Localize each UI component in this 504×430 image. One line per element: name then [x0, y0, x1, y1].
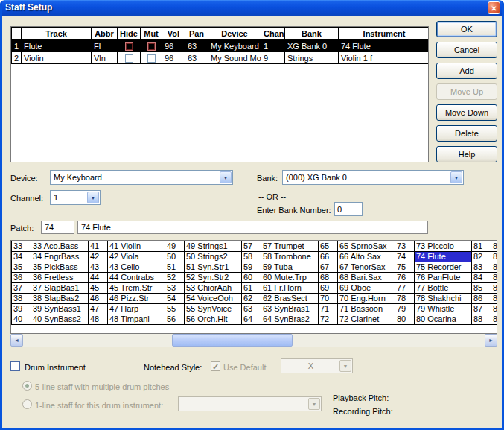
patch-number-cell[interactable]: 44: [89, 273, 108, 283]
patch-number-cell[interactable]: 43: [89, 262, 108, 273]
track-cell-chan[interactable]: 1: [261, 40, 285, 52]
track-cell-track[interactable]: Violin: [22, 52, 92, 64]
track-cell-device[interactable]: My Keyboard: [208, 40, 261, 52]
titlebar[interactable]: Staff Setup: [0, 0, 504, 16]
move-up-button[interactable]: Move Up: [436, 83, 497, 100]
delete-button[interactable]: Delete: [436, 125, 497, 142]
patch-number-cell[interactable]: 52: [165, 273, 185, 283]
patch-number-cell[interactable]: 59: [242, 262, 261, 273]
track-cell-mut[interactable]: [141, 52, 162, 64]
patch-number-cell[interactable]: 79: [395, 304, 415, 314]
patch-number-cell[interactable]: 87: [472, 304, 491, 314]
one-line-staff-radio[interactable]: [22, 399, 32, 409]
patch-name-cell[interactable]: 84 Chiff L: [491, 273, 498, 283]
patch-number-cell[interactable]: 71: [319, 304, 338, 314]
patch-number-cell[interactable]: 66: [319, 252, 338, 262]
add-button[interactable]: Add: [436, 63, 497, 79]
chevron-down-icon[interactable]: [87, 192, 99, 203]
drum-staff-combobox[interactable]: [178, 396, 322, 411]
patch-name-cell[interactable]: 67 TenorSax: [338, 262, 395, 273]
hide-checkbox[interactable]: [125, 54, 133, 63]
patch-number-cell[interactable]: 35: [12, 262, 31, 273]
patch-number-cell[interactable]: 88: [472, 314, 491, 325]
patch-number-cell[interactable]: 68: [319, 273, 338, 283]
patch-number-cell[interactable]: 41: [89, 241, 108, 252]
patch-name-cell[interactable]: 77 Bottle: [415, 283, 472, 294]
chevron-down-icon[interactable]: [308, 398, 320, 410]
patch-name-cell[interactable]: 34 FngrBass: [31, 252, 89, 262]
patch-name-cell[interactable]: 86 Voice: [491, 294, 498, 304]
track-cell-num[interactable]: 1: [12, 40, 22, 52]
track-cell-pan[interactable]: 63: [185, 40, 208, 52]
patch-number-cell[interactable]: 50: [165, 252, 185, 262]
patch-name-cell[interactable]: 75 Recorder: [415, 262, 472, 273]
patch-name-cell[interactable]: 64 SynBras2: [261, 314, 319, 325]
patch-name-cell[interactable]: 73 Piccolo: [415, 241, 472, 252]
patch-name-cell[interactable]: 51 Syn.Str1: [185, 262, 242, 273]
patch-name-cell[interactable]: 71 Bassoon: [338, 304, 395, 314]
patch-name-cell[interactable]: 61 Fr.Horn: [261, 283, 319, 294]
patch-name-cell[interactable]: 38 SlapBas2: [31, 294, 89, 304]
scrollbar-thumb[interactable]: [172, 334, 293, 347]
track-cell-instrument[interactable]: Violin 1 f: [339, 52, 430, 64]
patch-name-cell[interactable]: 79 Whistle: [415, 304, 472, 314]
track-cell-track[interactable]: Flute: [22, 40, 92, 52]
patch-number-cell[interactable]: 75: [395, 262, 415, 273]
patch-name-cell[interactable]: 76 PanFlute: [415, 273, 472, 283]
patch-number-cell[interactable]: 61: [242, 283, 261, 294]
patch-number-cell[interactable]: 63: [242, 304, 261, 314]
track-cell-vol[interactable]: 96: [162, 40, 185, 52]
patch-name-cell[interactable]: 58 Trombone: [261, 252, 319, 262]
patch-name-cell[interactable]: 40 SynBass2: [31, 314, 89, 325]
patch-number-cell[interactable]: 65: [319, 241, 338, 252]
mut-checkbox[interactable]: [147, 54, 156, 63]
chevron-down-icon[interactable]: [450, 171, 462, 183]
patch-name-cell[interactable]: 42 Viola: [108, 252, 165, 262]
patch-number-cell[interactable]: 57: [242, 241, 261, 252]
track-cell-mut[interactable]: [141, 40, 162, 52]
patch-number-cell[interactable]: 54: [165, 294, 185, 304]
patch-number-cell[interactable]: 58: [242, 252, 261, 262]
patch-name-cell[interactable]: 70 Eng.Horn: [338, 294, 395, 304]
patch-name-cell[interactable]: 35 PickBass: [31, 262, 89, 273]
patch-number-cell[interactable]: 39: [12, 304, 31, 314]
track-cell-vol[interactable]: 96: [162, 52, 185, 64]
patch-number-cell[interactable]: 80: [395, 314, 415, 325]
patch-name-cell[interactable]: 45 Trem.Str: [108, 283, 165, 294]
patch-name-cell[interactable]: 78 Shakhchi: [415, 294, 472, 304]
patch-number-cell[interactable]: 76: [395, 273, 415, 283]
patch-name-cell[interactable]: 33 Aco.Bass: [31, 241, 89, 252]
patch-name-cell[interactable]: 49 Strings1: [185, 241, 242, 252]
patch-name-cell[interactable]: 68 Bari.Sax: [338, 273, 395, 283]
patch-number-cell[interactable]: 77: [395, 283, 415, 294]
patch-name-cell[interactable]: 36 Fretless: [31, 273, 89, 283]
patch-name-cell[interactable]: 88 Bass &: [491, 314, 498, 325]
five-line-staff-radio[interactable]: [22, 381, 32, 391]
track-cell-instrument[interactable]: 74 Flute: [339, 40, 430, 52]
patch-number-cell[interactable]: 64: [242, 314, 261, 325]
track-cell-bank[interactable]: XG Bank 0: [285, 40, 339, 52]
patch-number-cell[interactable]: 51: [165, 262, 185, 273]
patch-grid-scrollbar[interactable]: [10, 334, 497, 347]
help-button[interactable]: Help: [436, 146, 497, 162]
patch-name-cell[interactable]: 82 Saw.L: [491, 252, 498, 262]
patch-number-cell[interactable]: 36: [12, 273, 31, 283]
patch-number-cell[interactable]: 69: [319, 283, 338, 294]
track-cell-abbr[interactable]: Vln: [92, 52, 118, 64]
mut-checkbox[interactable]: [147, 42, 156, 51]
patch-number-cell[interactable]: 81: [472, 241, 491, 252]
patch-name-cell[interactable]: 48 Timpani: [108, 314, 165, 325]
patch-number-cell[interactable]: 38: [12, 294, 31, 304]
track-cell-chan[interactable]: 9: [261, 52, 285, 64]
patch-name-cell[interactable]: 56 Orch.Hit: [185, 314, 242, 325]
chevron-down-icon[interactable]: [339, 360, 351, 372]
patch-name-cell[interactable]: 63 SynBras1: [261, 304, 319, 314]
patch-number-cell[interactable]: 74: [395, 252, 415, 262]
track-cell-bank[interactable]: Strings: [285, 52, 339, 64]
patch-name-cell[interactable]: 39 SynBass1: [31, 304, 89, 314]
patch-name-cell[interactable]: 54 VoiceOoh: [185, 294, 242, 304]
patch-number-cell[interactable]: 72: [319, 314, 338, 325]
track-cell-device[interactable]: My Sound Mo: [208, 52, 261, 64]
patch-name-cell[interactable]: 52 Syn.Str2: [185, 273, 242, 283]
patch-number-cell[interactable]: 84: [472, 273, 491, 283]
